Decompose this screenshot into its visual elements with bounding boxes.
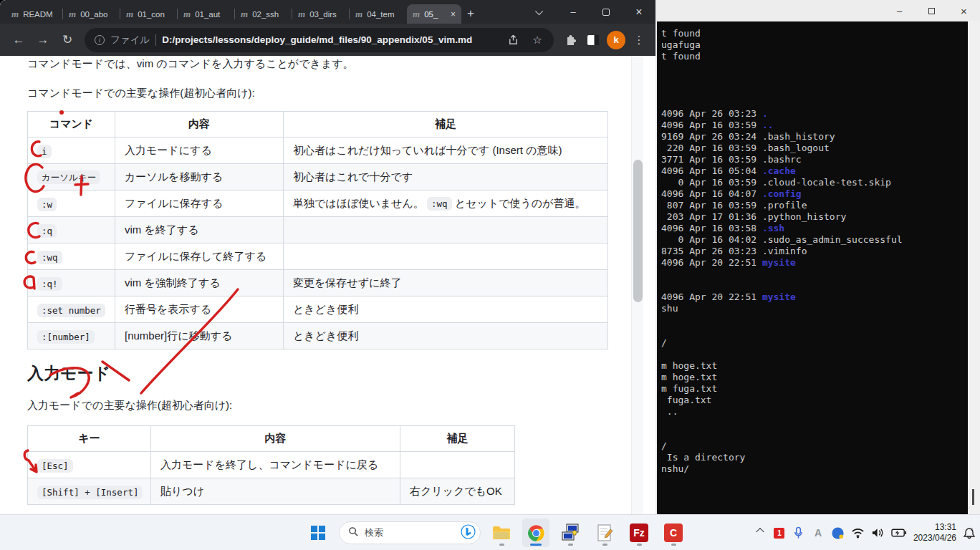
taskbar-remote-desktop[interactable] — [557, 518, 584, 547]
tab-close-icon[interactable]: × — [449, 9, 456, 19]
input-mode-table: キー 内容 補足 [Esc]入力モードを終了し、コマンドモードに戻る [Shif… — [27, 425, 515, 505]
command-mode-table: コマンド 内容 補足 i入力モードにする初心者はこれだけ知っていれば十分です (… — [27, 111, 608, 349]
chrome-icon — [527, 524, 545, 542]
browser-menu-dots-icon[interactable]: ⋮ — [630, 31, 648, 49]
markdown-file-icon: m — [298, 9, 305, 20]
tab-label: 04_tem — [367, 10, 401, 19]
column-header: キー — [28, 426, 151, 452]
address-bar[interactable]: i ファイル D:/projects/lessons/deploy_guide/… — [85, 28, 554, 52]
tab-strip: mREADM m00_abo m01_con m01_aut m02_ssh m… — [0, 0, 655, 24]
markdown-file-icon: m — [413, 9, 420, 20]
tab-02-ssh[interactable]: m02_ssh — [235, 4, 292, 24]
terminal-console[interactable]: t foundugafugat found 4096 Apr 26 03:23 … — [657, 21, 968, 514]
tab-01-con[interactable]: m01_con — [120, 4, 178, 24]
search-icon — [348, 526, 359, 539]
command-code: :[number] — [37, 330, 95, 344]
notification-focus-bell-icon[interactable]: z — [963, 520, 976, 546]
side-panel-icon[interactable] — [584, 31, 602, 49]
tab-search-chevron-icon[interactable] — [524, 0, 557, 24]
command-code: :wq — [37, 251, 62, 264]
command-code: :wq — [427, 197, 452, 211]
terminal-maximize-button[interactable] — [916, 0, 948, 21]
maximize-button[interactable] — [590, 0, 623, 24]
remote-desktop-icon — [561, 524, 580, 542]
browser-window: mREADM m00_abo m01_con m01_aut m02_ssh m… — [0, 0, 655, 514]
section-heading-input-mode: 入力モード — [27, 362, 110, 385]
terminal-scrollbar-thumb[interactable] — [972, 489, 974, 505]
bing-chat-icon[interactable] — [461, 524, 476, 541]
markdown-file-icon: m — [69, 9, 76, 20]
table-row: [Shift] + [Insert]貼りつけ右クリックでもOK — [28, 478, 515, 505]
terminal-close-button[interactable]: × — [948, 0, 980, 21]
taskbar: 検索 Fz C — [0, 514, 980, 550]
microphone-icon[interactable] — [792, 520, 805, 546]
markdown-file-icon: m — [183, 9, 191, 20]
table-row: :set number行番号を表示するときどき便利 — [28, 296, 608, 323]
table-row: :qvim を終了する — [28, 217, 608, 243]
profile-avatar[interactable]: k — [607, 31, 625, 49]
reload-button[interactable]: ↻ — [57, 30, 77, 50]
share-icon[interactable] — [504, 31, 522, 49]
close-button[interactable]: × — [623, 0, 655, 24]
command-code: :set number — [37, 304, 105, 317]
tab-00-about[interactable]: m00_abo — [63, 4, 120, 24]
info-icon[interactable]: i — [95, 35, 105, 45]
back-button[interactable]: ← — [9, 30, 29, 50]
command-code: :q! — [37, 277, 62, 291]
windows-logo-icon — [311, 526, 325, 540]
user-presence-icon[interactable] — [831, 520, 845, 546]
key-code: [Esc] — [37, 459, 73, 473]
tab-05-vim-active[interactable]: m05_× — [407, 4, 461, 24]
taskbar-chrome[interactable] — [522, 518, 549, 547]
key-code: [Shift] + [Insert] — [37, 486, 143, 499]
tray-overflow-chevron-icon[interactable] — [754, 520, 767, 546]
tab-04-tem[interactable]: m04_tem — [350, 4, 407, 24]
taskbar-search-box[interactable]: 検索 — [339, 521, 481, 544]
search-placeholder: 検索 — [365, 526, 383, 539]
terminal-scrollbar[interactable] — [968, 21, 980, 514]
tray-recorder-badge-icon[interactable]: 1 — [773, 520, 786, 546]
tab-label: 00_abo — [80, 10, 115, 19]
start-button[interactable] — [304, 518, 332, 547]
column-header: 補足 — [284, 112, 608, 138]
scrollbar-thumb[interactable] — [633, 160, 643, 302]
taskbar-notepad[interactable] — [591, 518, 618, 547]
notepad-icon — [597, 524, 613, 542]
bookmark-star-icon[interactable]: ☆ — [528, 31, 547, 49]
table-row: :q!vim を強制終了する変更を保存せずに終了 — [28, 270, 608, 296]
taskbar-clock[interactable]: 13:31 2023/04/26 — [913, 522, 956, 544]
table-row: i入力モードにする初心者はこれだけ知っていれば十分です (Insert の意味) — [28, 138, 608, 164]
camtasia-icon: C — [664, 524, 683, 542]
tab-03-dirs[interactable]: m03_dirs — [292, 4, 350, 24]
tab-01-aut[interactable]: m01_aut — [178, 4, 235, 24]
terminal-titlebar: – × — [655, 0, 980, 21]
taskbar-file-explorer[interactable] — [488, 518, 515, 547]
volume-icon[interactable] — [871, 520, 885, 546]
table-row: :[number][number]行に移動するときどき便利 — [28, 323, 608, 349]
tab-label: 01_con — [138, 10, 172, 19]
command-code: カーソルキー — [37, 170, 100, 184]
tab-readme[interactable]: mREADM — [6, 4, 63, 24]
markdown-file-icon: m — [241, 9, 248, 20]
forward-button[interactable]: → — [33, 30, 53, 50]
clock-time: 13:31 — [913, 522, 956, 533]
filezilla-icon: Fz — [630, 524, 648, 542]
tab-label: 02_ssh — [252, 10, 287, 19]
terminal-minimize-button[interactable]: – — [883, 0, 916, 21]
ime-language-icon[interactable]: A — [812, 520, 825, 546]
url-text: D:/projects/lessons/deploy_guide/md_file… — [162, 34, 498, 45]
battery-icon[interactable] — [891, 520, 907, 546]
markdown-page: コマンドモードでは、vim のコマンドを入力することができます。 コマンドモード… — [0, 56, 643, 514]
folder-icon — [492, 525, 511, 541]
table-row: カーソルキーカーソルを移動する初心者はこれで十分です — [28, 164, 608, 190]
tab-label: READM — [23, 10, 57, 19]
browser-scrollbar[interactable] — [631, 56, 643, 514]
new-tab-button[interactable]: + — [461, 4, 480, 23]
markdown-file-icon: m — [355, 9, 362, 20]
taskbar-filezilla[interactable]: Fz — [625, 518, 653, 547]
wifi-icon[interactable] — [851, 520, 865, 546]
taskbar-camtasia[interactable]: C — [660, 518, 687, 547]
extensions-puzzle-icon[interactable] — [561, 31, 580, 49]
paragraph: コマンドモードでの主要な操作(超初心者向け): — [27, 87, 255, 100]
minimize-button[interactable]: – — [557, 0, 590, 24]
